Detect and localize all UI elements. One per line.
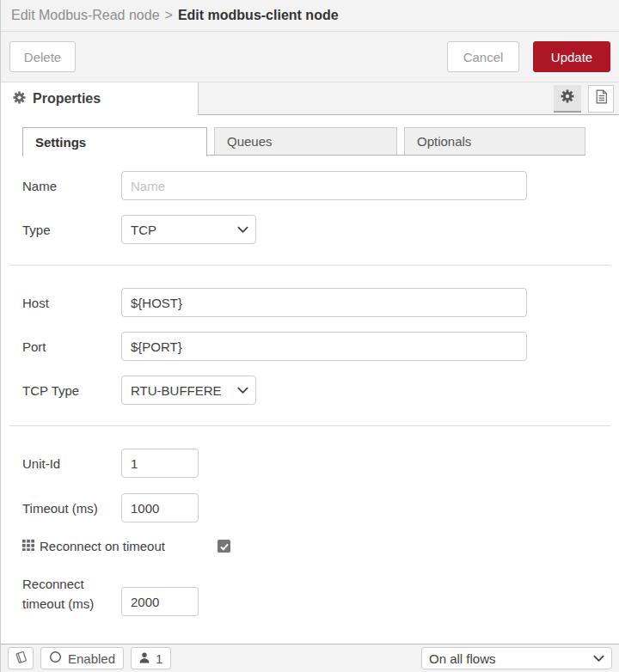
port-field-row: Port — [1, 332, 619, 361]
person-icon — [139, 651, 150, 666]
tcp-type-label: TCP Type — [22, 383, 121, 398]
reconnect-checkbox[interactable] — [218, 540, 230, 553]
book-icon — [14, 651, 28, 667]
breadcrumb-separator: > — [165, 8, 173, 23]
type-field-row: Type TCP — [1, 215, 619, 244]
update-button[interactable]: Update — [533, 41, 610, 72]
name-label: Name — [22, 179, 121, 193]
delete-button[interactable]: Delete — [9, 41, 76, 72]
section-divider — [9, 265, 610, 266]
reconnect-label: Reconnect on timeout — [40, 539, 165, 553]
type-label: Type — [22, 223, 121, 237]
properties-form: Settings Queues Optionals Name Type TCP … — [1, 115, 619, 616]
timeout-label: Timeout (ms) — [22, 501, 121, 516]
dialog-footer: Enabled 1 On all flows — [1, 644, 619, 672]
port-label: Port — [22, 339, 121, 354]
grid-icon — [22, 539, 34, 553]
check-icon — [220, 539, 229, 554]
host-input[interactable] — [121, 288, 527, 317]
timeout-field-row: Timeout (ms) — [1, 493, 619, 522]
breadcrumb-parent-link[interactable]: Edit Modbus-Read node — [11, 8, 160, 23]
tcp-type-field-row: TCP Type RTU-BUFFERED — [1, 376, 619, 405]
tab-properties[interactable]: Properties — [1, 82, 199, 115]
tab-settings[interactable]: Settings — [22, 127, 207, 156]
reconnect-field-row: Reconnect on timeout — [1, 539, 619, 553]
cancel-button[interactable]: Cancel — [447, 41, 519, 72]
dialog-toolbar: Delete Cancel Update — [1, 32, 619, 82]
settings-tabs: Settings Queues Optionals — [22, 127, 585, 156]
panel-actions — [554, 82, 619, 114]
unit-id-field-row: Unit-Id — [1, 449, 619, 478]
enabled-label: Enabled — [68, 651, 115, 666]
reconnect-timeout-label: Reconnect timeout (ms) — [22, 574, 121, 614]
breadcrumb-current: Edit modbus-client node — [178, 8, 339, 23]
panel-tab-row: Properties — [1, 82, 619, 115]
enabled-toggle-button[interactable]: Enabled — [40, 647, 124, 669]
tab-queues[interactable]: Queues — [214, 127, 397, 155]
section-divider — [9, 425, 610, 426]
edit-node-dialog: Edit Modbus-Read node > Edit modbus-clie… — [0, 0, 619, 672]
breadcrumb: Edit Modbus-Read node > Edit modbus-clie… — [1, 0, 619, 32]
settings-gear-button[interactable] — [554, 85, 581, 113]
info-book-button[interactable] — [8, 647, 34, 669]
unit-id-input[interactable] — [121, 449, 199, 478]
node-count: 1 — [156, 651, 162, 666]
name-input[interactable] — [121, 171, 527, 200]
name-field-row: Name — [1, 171, 619, 200]
type-select[interactable]: TCP — [121, 215, 256, 244]
tcp-type-select[interactable]: RTU-BUFFERED — [121, 376, 256, 405]
node-count-button[interactable]: 1 — [131, 647, 171, 669]
document-icon — [595, 89, 608, 107]
reconnect-timeout-field-row: Reconnect timeout (ms) — [1, 574, 619, 616]
reconnect-timeout-input[interactable] — [121, 587, 199, 616]
host-label: Host — [22, 296, 121, 310]
deploy-scope-select[interactable]: On all flows — [421, 647, 612, 669]
description-doc-button[interactable] — [588, 85, 614, 113]
gear-icon — [561, 89, 574, 107]
tab-optionals[interactable]: Optionals — [404, 127, 585, 155]
circle-icon — [49, 651, 62, 666]
panel-title: Properties — [33, 91, 101, 107]
unit-id-label: Unit-Id — [22, 456, 121, 471]
timeout-input[interactable] — [121, 493, 199, 522]
host-field-row: Host — [1, 288, 619, 317]
gear-icon — [13, 91, 26, 107]
port-input[interactable] — [121, 332, 527, 361]
